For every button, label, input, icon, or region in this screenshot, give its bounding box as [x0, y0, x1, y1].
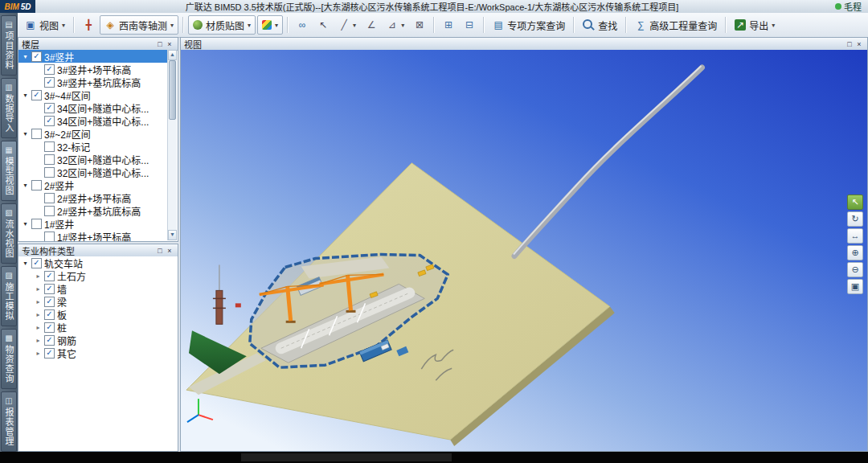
section-box-button[interactable]: ⊞: [439, 16, 458, 34]
erase-button[interactable]: ⊠: [410, 16, 429, 34]
checkbox[interactable]: ✓: [44, 297, 55, 307]
home-view-button[interactable]: ╋: [79, 16, 98, 34]
checkbox[interactable]: [44, 193, 55, 203]
expander-icon[interactable]: ▾: [22, 130, 29, 137]
tree-row[interactable]: ▸✓其它: [18, 346, 178, 359]
pan-tool[interactable]: ↔: [847, 228, 863, 244]
pin-icon[interactable]: □: [155, 40, 165, 48]
close-icon[interactable]: ×: [165, 247, 174, 255]
viewport-3d-scene[interactable]: [181, 50, 867, 451]
tree-row[interactable]: ✓3#竖井+基坑底标高: [18, 76, 168, 88]
angle-button[interactable]: ∠: [362, 16, 381, 34]
viewport-3d-canvas[interactable]: [181, 50, 867, 451]
select-button[interactable]: ↖: [313, 16, 333, 34]
sidebar-item-2[interactable]: ▦模型视图: [1, 141, 17, 201]
tree-row[interactable]: ▸✓土石方: [18, 269, 178, 282]
tree-row[interactable]: ▾2#竖井: [18, 178, 168, 191]
checkbox[interactable]: [44, 232, 55, 242]
checkbox[interactable]: ✓: [44, 284, 55, 294]
checkbox[interactable]: [31, 180, 42, 191]
checkbox[interactable]: ✓: [44, 348, 55, 359]
checkbox[interactable]: ✓: [31, 90, 42, 100]
checkbox[interactable]: [31, 129, 42, 139]
expander-icon[interactable]: ▾: [22, 182, 29, 189]
checkbox[interactable]: [44, 167, 55, 178]
display-style-combo[interactable]: 材质贴图▾: [188, 15, 256, 35]
checkbox[interactable]: ✓: [44, 64, 55, 75]
checkbox[interactable]: ✓: [44, 322, 55, 333]
checkbox[interactable]: ✓: [31, 51, 42, 62]
special-plan-query-button[interactable]: ▤专项方案查询: [489, 16, 569, 34]
color-combo[interactable]: ▾: [257, 15, 283, 35]
find-button[interactable]: 查找: [579, 16, 621, 34]
checkbox[interactable]: [44, 154, 55, 165]
checkbox[interactable]: [31, 219, 42, 229]
tree-row[interactable]: ▾✓轨交车站: [18, 256, 178, 269]
tree-row[interactable]: ✓34区间+隧道中心标...: [18, 114, 168, 127]
expander-icon[interactable]: ▸: [35, 272, 42, 280]
link-button[interactable]: ∞: [293, 16, 312, 34]
tree-row[interactable]: ▸✓墙: [18, 282, 178, 295]
tree-row[interactable]: ▸✓桩: [18, 321, 178, 334]
zoom-out-tool[interactable]: ⊖: [847, 262, 863, 277]
scrollbar-thumb[interactable]: [169, 60, 176, 120]
tree-row[interactable]: 2#竖井+场平标高: [18, 191, 168, 204]
close-icon[interactable]: ×: [854, 40, 864, 48]
sidebar-item-3[interactable]: ▧流水视图: [1, 203, 17, 264]
expander-icon[interactable]: ▾: [22, 260, 29, 267]
tree-row[interactable]: 32-标记: [18, 140, 168, 153]
expander-icon[interactable]: ▸: [35, 324, 42, 331]
pin-icon[interactable]: □: [845, 40, 854, 48]
tree-row[interactable]: ▸✓板: [18, 308, 178, 321]
tree-row[interactable]: ✓34区间+隧道中心标...: [18, 101, 168, 114]
markup-button[interactable]: ⊿▾: [383, 16, 408, 34]
close-icon[interactable]: ×: [165, 40, 174, 48]
advanced-quantity-query-button[interactable]: ∑高级工程量查询: [631, 16, 721, 34]
tree-row[interactable]: ✓3#竖井+场平标高: [18, 63, 168, 76]
tree-row[interactable]: ▾1#竖井: [18, 217, 168, 230]
tree-row[interactable]: ▸✓梁: [18, 295, 178, 308]
expander-icon[interactable]: ▸: [35, 285, 42, 293]
sidebar-item-4[interactable]: ▨施工模拟: [1, 266, 17, 326]
pin-icon[interactable]: □: [155, 247, 165, 255]
tree-row[interactable]: ▾✓3#竖井: [18, 50, 168, 63]
tree-row[interactable]: ▾3#~2#区间: [18, 127, 168, 140]
expander-icon[interactable]: ▸: [35, 311, 42, 318]
scroll-down-icon[interactable]: ▼: [168, 230, 177, 240]
tree-row[interactable]: 2#竖井+基坑底标高: [18, 204, 168, 217]
tree-row[interactable]: 32区间+隧道中心标...: [18, 166, 168, 178]
tree-row[interactable]: 32区间+隧道中心标...: [18, 153, 168, 166]
expander-icon[interactable]: ▾: [22, 92, 29, 99]
expander-icon[interactable]: ▾: [22, 53, 29, 60]
checkbox[interactable]: ✓: [31, 258, 42, 268]
sidebar-item-6[interactable]: ◫报表管理: [1, 391, 17, 452]
view-menu-button[interactable]: ▣视图▾: [21, 16, 69, 34]
section-plane-button[interactable]: ⊟: [460, 16, 479, 34]
measure-button[interactable]: ╱▾: [334, 16, 360, 34]
expander-icon[interactable]: ▸: [35, 298, 42, 305]
sidebar-item-5[interactable]: ▩物资查询: [1, 329, 17, 389]
checkbox[interactable]: ✓: [44, 309, 55, 320]
checkbox[interactable]: [44, 141, 55, 152]
view-direction-combo[interactable]: ◈西南等轴测▾: [100, 15, 178, 35]
orbit-tool[interactable]: ↻: [847, 211, 863, 227]
checkbox[interactable]: ✓: [44, 77, 55, 88]
tree-row[interactable]: 1#竖井+场平标高: [18, 230, 168, 241]
checkbox[interactable]: ✓: [44, 335, 55, 346]
tree-row[interactable]: ▸✓钢筋: [18, 334, 178, 346]
sidebar-item-0[interactable]: ▤项目资料: [1, 15, 17, 76]
export-button[interactable]: ↗导出▾: [731, 16, 779, 34]
tree-row[interactable]: ▾✓3#~4#区间: [18, 88, 168, 101]
checkbox[interactable]: ✓: [44, 271, 55, 281]
checkbox[interactable]: ✓: [44, 116, 55, 126]
expander-icon[interactable]: ▸: [35, 337, 42, 344]
zoom-in-tool[interactable]: ⊕: [847, 245, 863, 260]
sidebar-item-1[interactable]: ▥数据导入: [1, 78, 17, 138]
scroll-up-icon[interactable]: ▲: [168, 50, 177, 60]
expander-icon[interactable]: ▾: [22, 220, 29, 227]
user-account[interactable]: 毛程: [829, 0, 868, 13]
checkbox[interactable]: ✓: [44, 103, 55, 113]
floors-scrollbar[interactable]: ▲ ▼: [167, 50, 177, 240]
expander-icon[interactable]: ▸: [35, 350, 42, 357]
select-tool[interactable]: ↖: [847, 195, 863, 210]
